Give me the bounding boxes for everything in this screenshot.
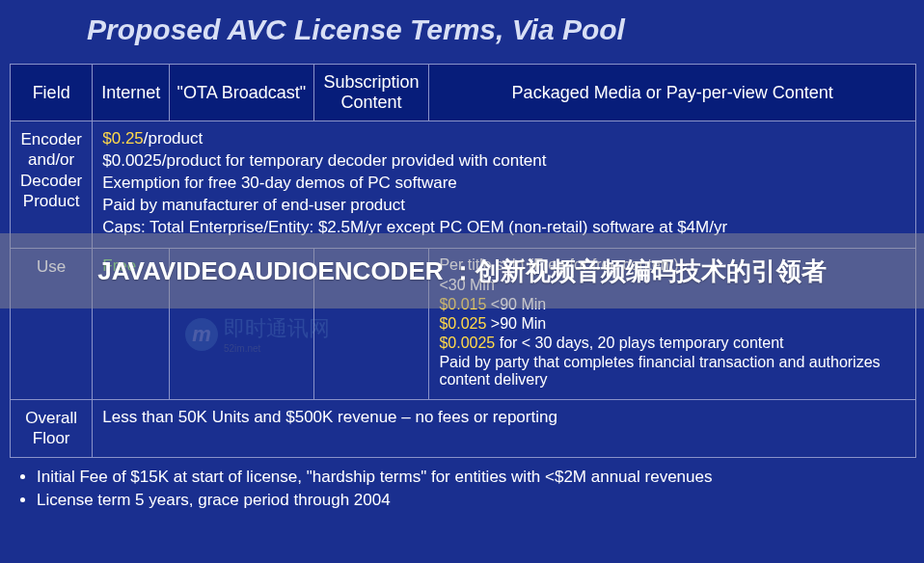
footnote-bullets: Initial Fee of $15K at start of license,…	[37, 468, 924, 510]
watermark-sub: 52im.net	[224, 343, 330, 354]
header-field: Field	[11, 65, 93, 121]
watermark-badge: m	[185, 318, 218, 351]
row-encoder: Encoder and/or Decoder Product $0.25/pro…	[11, 121, 916, 249]
encoder-price-suffix: /product	[144, 129, 203, 147]
header-ota: "OTA Broadcast"	[170, 65, 313, 121]
tier3-price: $0.0025	[439, 335, 495, 351]
encoder-line-1: $0.0025/product for temporary decoder pr…	[102, 151, 906, 171]
row-encoder-content: $0.25/product $0.0025/product for tempor…	[93, 121, 916, 249]
pkg-footer: Paid by party that completes financial t…	[439, 354, 906, 389]
tier2-price: $0.025	[439, 315, 486, 332]
overlay-text: JAVAVIDEOAUDIOENCODER ：创新视频音频编码技术的引领者	[97, 255, 827, 287]
row-floor-label: Overall Floor	[11, 400, 93, 458]
header-subscription: Subscription Content	[313, 65, 429, 121]
tier3-text: for < 30 days, 20 plays temporary conten…	[500, 335, 784, 351]
watermark: m 即时通讯网 52im.net	[185, 314, 330, 354]
bullet-2: License term 5 years, grace period throu…	[37, 491, 924, 510]
row-floor-text: Less than 50K Units and $500K revenue – …	[93, 400, 916, 458]
encoder-price: $0.25	[102, 129, 144, 147]
encoder-line-3: Paid by manufacturer of end-user product	[102, 196, 906, 215]
watermark-text: 即时通讯网	[224, 316, 330, 340]
row-floor: Overall Floor Less than 50K Units and $5…	[11, 400, 916, 458]
slide-title: Proposed AVC License Terms, Via Pool	[0, 0, 924, 64]
header-packaged: Packaged Media or Pay-per-view Content	[429, 65, 916, 121]
row-encoder-label: Encoder and/or Decoder Product	[11, 121, 93, 249]
tier2-text: >90 Min	[491, 315, 546, 332]
overlay-banner: JAVAVIDEOAUDIOENCODER ：创新视频音频编码技术的引领者	[0, 233, 924, 308]
encoder-line-2: Exemption for free 30-day demos of PC so…	[102, 174, 906, 193]
header-internet: Internet	[93, 65, 170, 121]
bullet-1: Initial Fee of $15K at start of license,…	[37, 468, 924, 487]
